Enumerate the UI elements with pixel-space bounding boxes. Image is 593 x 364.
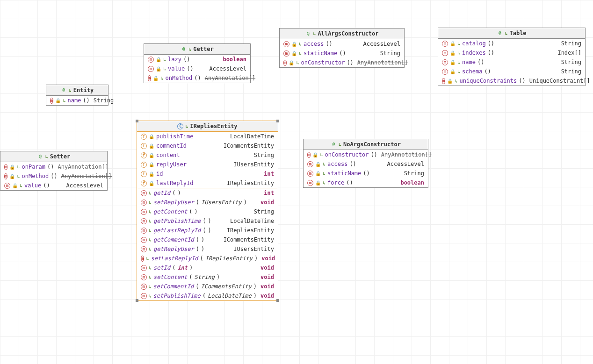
class-ireplies[interactable]: C↳IRepliesEntity f🔒publishTimeLocalDateT… [137, 121, 278, 301]
method-icon: m [141, 274, 147, 280]
class-title: @↳Entity [46, 85, 108, 96]
arrow-icon: ↳ [457, 69, 460, 74]
member-row[interactable]: m🔒↳onParam()AnyAnnotation[] [0, 162, 107, 171]
lock-icon: 🔒 [156, 57, 161, 62]
member-row[interactable]: m🔒↳access()AccessLevel [280, 39, 404, 49]
lock-icon: 🔒 [312, 152, 318, 157]
method-row[interactable]: m↳setCommentId(ICommentsEntity)void [137, 282, 278, 291]
arrow-icon: ↳ [457, 60, 460, 65]
resize-handle[interactable] [276, 299, 279, 302]
method-row[interactable]: m↳setLastReplyId(IRepliesEntity)void [137, 254, 278, 263]
method-type: void [260, 283, 274, 290]
member-type: String [380, 50, 400, 57]
resize-handle[interactable] [136, 120, 138, 122]
method-row[interactable]: m↳getContent()String [137, 207, 278, 216]
method-row[interactable]: m↳getPublishTime()LocalDateTime [137, 216, 278, 226]
method-row[interactable]: m↳getReplyUser()IUsersEntity [137, 244, 278, 254]
class-setter[interactable]: @↳Setter m🔒↳onParam()AnyAnnotation[]m🔒↳o… [0, 151, 108, 191]
member-row[interactable]: m🔒↳indexes()Index[] [438, 48, 585, 57]
method-icon: m [141, 256, 144, 262]
field-row[interactable]: f🔒contentString [137, 150, 278, 160]
member-row[interactable]: m🔒↳name()String [438, 57, 585, 67]
class-getter[interactable]: @↳Getter m🔒↳lazy()booleanm🔒↳value()Acces… [144, 43, 251, 83]
class-entity[interactable]: @↳Entity m🔒↳name()String [46, 85, 108, 106]
arrow-icon: ↳ [63, 98, 65, 103]
rows: m🔒↳lazy()booleanm🔒↳value()AccessLevelm🔒↳… [144, 55, 250, 83]
arrow-icon: ↳ [160, 76, 163, 81]
method-row[interactable]: m↳setContent(String)void [137, 272, 278, 282]
member-row[interactable]: m🔒↳onMethod()AnyAnnotation[] [0, 171, 107, 181]
member-row[interactable]: m🔒↳name()String [46, 96, 108, 105]
method-row[interactable]: m↳getId()int [137, 188, 278, 198]
method-row[interactable]: m↳getCommentId()ICommentsEntity [137, 235, 278, 244]
member-row[interactable]: m🔒↳access()AccessLevel [304, 159, 428, 169]
member-row[interactable]: m🔒↳staticName()String [304, 169, 428, 178]
method-row[interactable]: m↳getLastReplyId()IRepliesEntity [137, 226, 278, 235]
method-type: void [260, 293, 274, 299]
method-row[interactable]: m↳setReplyUser(IUsersEntity)void [137, 198, 278, 207]
resize-handle[interactable] [136, 299, 138, 302]
lock-icon: 🔒 [149, 153, 154, 158]
method-row[interactable]: m↳setPublishTime(LocalDateTime)void [137, 291, 278, 300]
method-name: getId [153, 190, 170, 196]
arrow-icon: ↳ [163, 66, 166, 71]
member-name: onMethod [165, 75, 192, 81]
member-row[interactable]: m🔒↳value()AccessLevel [0, 181, 107, 190]
member-row[interactable]: m🔒↳onMethod()AnyAnnotation[] [144, 73, 250, 83]
class-allargs[interactable]: @↳AllArgsConstructor m🔒↳access()AccessLe… [279, 28, 405, 68]
arrow-icon: ↳ [149, 293, 152, 299]
field-row[interactable]: f🔒commentIdICommentsEntity [137, 141, 278, 150]
class-noargs[interactable]: @↳NoArgsConstructor m🔒↳onConstructor()An… [303, 139, 428, 188]
field-row[interactable]: f🔒publishTimeLocalDateTime [137, 132, 278, 141]
member-row[interactable]: m🔒↳catalog()String [438, 39, 585, 48]
annotation-icon: @ [305, 31, 311, 37]
lock-icon: 🔒 [315, 162, 321, 167]
method-type: IUsersEntity [233, 246, 274, 252]
member-row[interactable]: m🔒↳onConstructor()AnyAnnotation[] [304, 150, 428, 159]
member-type: AnyAnnotation[] [381, 151, 432, 158]
method-name: setReplyUser [153, 199, 194, 206]
method-icon: m [283, 50, 289, 57]
method-icon: m [141, 284, 147, 290]
arrow-icon: ↳ [320, 152, 323, 157]
rows: m🔒↳onConstructor()AnyAnnotation[]m🔒↳acce… [304, 150, 428, 187]
member-row[interactable]: m🔒↳force()boolean [304, 178, 428, 187]
member-row[interactable]: m🔒↳lazy()boolean [144, 55, 250, 64]
method-type: void [260, 274, 274, 280]
member-row[interactable]: m🔒↳value()AccessLevel [144, 64, 250, 73]
method-icon: m [307, 171, 313, 177]
member-name: staticName [327, 170, 361, 177]
method-name: getPublishTime [153, 218, 201, 224]
arrow-icon: ↳ [149, 200, 152, 205]
member-row[interactable]: m🔒↳schema()String [438, 67, 585, 76]
lock-icon: 🔒 [291, 42, 297, 47]
field-row[interactable]: f🔒replyUserIUsersEntity [137, 160, 278, 169]
member-type: AccessLevel [210, 65, 246, 72]
field-type: LocalDateTime [230, 133, 274, 140]
lock-icon: 🔒 [9, 174, 15, 179]
member-row[interactable]: m🔒↳uniqueConstraints()UniqueConstraint[] [438, 76, 585, 86]
field-icon: f [141, 162, 147, 168]
method-icon: m [148, 75, 151, 81]
field-row[interactable]: f🔒idint [137, 169, 278, 178]
lock-icon: 🔒 [153, 76, 159, 81]
method-type: void [261, 255, 275, 262]
member-row[interactable]: m🔒↳staticName()String [280, 49, 404, 58]
member-name: schema [462, 68, 482, 75]
arrow-icon: ↳ [323, 162, 325, 167]
class-table[interactable]: @↳Table m🔒↳catalog()Stringm🔒↳indexes()In… [438, 28, 586, 86]
field-name: id [156, 171, 163, 177]
method-icon: m [148, 57, 154, 63]
lock-icon: 🔒 [12, 183, 18, 188]
resize-handle[interactable] [276, 120, 279, 122]
method-icon: m [141, 237, 147, 243]
member-type: AccessLevel [387, 161, 424, 167]
member-row[interactable]: m🔒↳onConstructor()AnyAnnotation[] [280, 58, 404, 67]
member-name: access [304, 41, 324, 47]
lock-icon: 🔒 [450, 69, 456, 74]
method-icon: m [283, 60, 287, 66]
methods: m↳getId()intm↳setReplyUser(IUsersEntity)… [137, 188, 278, 300]
field-row[interactable]: f🔒lastReplyIdIRepliesEntity [137, 178, 278, 188]
field-icon: f [141, 171, 147, 177]
method-row[interactable]: m↳setId(int)void [137, 263, 278, 272]
